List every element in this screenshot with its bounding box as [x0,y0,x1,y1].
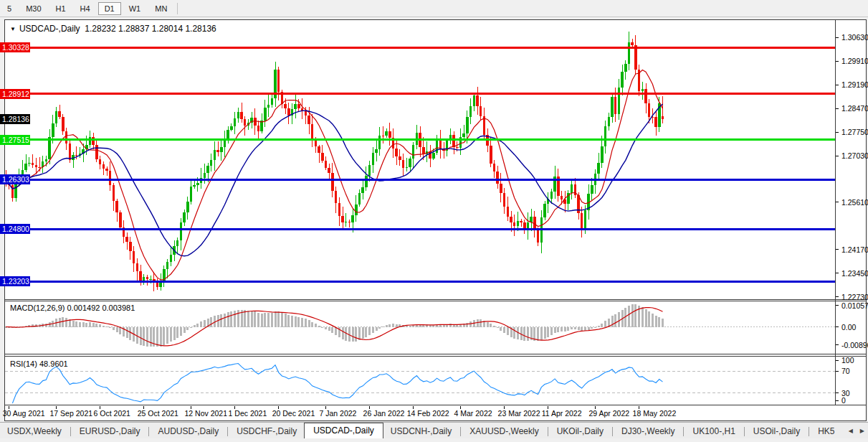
tab-separator [809,427,809,436]
price-axis-tick[interactable]: 1.29190 [841,80,868,89]
rsi-axis-tick[interactable]: 100 [841,356,854,365]
price-axis-tick[interactable]: 1.22730 [841,293,868,301]
date-axis-tick[interactable]: 6 Oct 2021 [94,409,130,418]
price-axis-tick[interactable]: 1.27030 [841,151,868,160]
chart-tab-uk100-h1[interactable]: UK100-,H1 [685,424,742,439]
price-level-badge: 1.26303 [0,174,30,184]
tab-separator [548,427,548,436]
symbol-dropdown-icon: ▼ [10,26,16,32]
date-axis-tick[interactable]: 17 Sep 2021 [50,409,93,418]
price-level-badge: 1.28912 [0,89,30,99]
price-level-badge: 1.24800 [0,224,30,234]
price-level-badge: 1.27515 [0,135,30,145]
date-axis-tick[interactable]: 7 Jan 2022 [320,409,357,418]
chart-tab-audusd-daily[interactable]: AUDUSD-,Daily [151,424,226,439]
scroll-right-icon[interactable]: ▶ [857,428,868,434]
price-axis-tick[interactable]: 1.25610 [841,198,868,207]
rsi-indicator-value: 48.9601 [39,359,68,368]
date-axis-tick[interactable]: 14 Feb 2022 [407,409,449,418]
price-level-badge: 1.23203 [0,276,30,286]
rsi-panel-label: RSI(14) 48.9601 [10,359,68,368]
scroll-left-icon[interactable]: ◀ [845,428,857,434]
mt4-application: 5M30H1H4D1W1MN ▼USDCAD-,Daily 1.28232 1.… [0,0,868,442]
chart-tab-xauusd-weekly[interactable]: XAUUSD-,Weekly [462,424,545,439]
date-axis-tick[interactable]: 18 May 2022 [633,409,677,418]
tab-separator [460,427,461,436]
tab-separator [683,427,684,436]
chart-tab-usdcad-daily[interactable]: USDCAD-,Daily [304,423,383,439]
bottom-strip [0,438,868,442]
chart-title-symbol: USDCAD-,Daily [19,24,80,34]
price-chart-canvas[interactable] [0,0,868,442]
chart-tab-usoil-daily[interactable]: USOil-,Daily [746,424,807,439]
price-level-badge: 1.28136 [0,114,30,124]
price-axis-tick[interactable]: 1.30630 [841,33,868,42]
date-axis-tick[interactable]: 26 Jan 2022 [363,409,405,418]
tab-separator [744,427,745,436]
macd-axis-tick[interactable]: 0.00 [841,323,856,332]
tab-scroll-arrows: ◀▶ [845,423,868,439]
date-axis-tick[interactable]: 1 Dec 2021 [229,409,267,418]
date-axis-tick[interactable]: 25 Oct 2021 [138,409,178,418]
chart-tab-ukoil-daily[interactable]: UKOil-,Daily [550,424,611,439]
chart-tab-bar: USDX,WeeklyEURUSD-,DailyAUDUSD-,DailyUSD… [0,422,868,439]
date-axis-tick[interactable]: 12 Nov 2021 [185,409,228,418]
rsi-indicator-name: RSI(14) [10,359,37,368]
chart-tab-usdchf-daily[interactable]: USDCHF-,Daily [229,424,304,439]
date-axis-tick[interactable]: 29 Apr 2022 [589,409,630,418]
macd-indicator-values: 0.001492 0.003981 [67,304,135,312]
chart-tab-hk5[interactable]: HK5 [811,424,841,439]
macd-panel-label: MACD(12,26,9) 0.001492 0.003981 [10,304,135,312]
date-axis-tick[interactable]: 23 Mar 2022 [498,409,540,418]
tab-separator [70,427,71,436]
price-axis-tick[interactable]: 1.27750 [841,128,868,136]
rsi-axis-tick[interactable]: 0 [841,396,846,405]
chart-tab-dj30-weekly[interactable]: DJ30-,Weekly [614,424,682,439]
date-axis-tick[interactable]: 30 Aug 2021 [3,409,45,418]
chart-tab-usdx-weekly[interactable]: USDX,Weekly [0,424,69,439]
price-axis-tick[interactable]: 1.23450 [841,269,868,278]
macd-axis-tick[interactable]: 0.010578 [841,301,868,310]
price-axis-tick[interactable]: 1.28470 [841,104,868,113]
chart-tab-usdcnh-daily[interactable]: USDCNH-,Daily [383,424,459,439]
tab-separator [148,427,149,436]
date-axis-tick[interactable]: 20 Dec 2021 [272,409,315,418]
chart-tab-eurusd-daily[interactable]: EURUSD-,Daily [72,424,148,439]
price-level-badge: 1.30328 [0,42,30,52]
price-axis-tick[interactable]: 1.24170 [841,245,868,254]
rsi-axis-tick[interactable]: 70 [841,367,850,375]
macd-axis-tick[interactable]: -0.00896 [841,341,868,349]
tab-separator [227,427,228,436]
chart-title-ohlc: 1.28232 1.28837 1.28014 1.28136 [85,24,216,34]
date-axis-tick[interactable]: 4 Mar 2022 [454,409,492,418]
macd-indicator-name: MACD(12,26,9) [10,304,65,312]
chart-title: ▼USDCAD-,Daily 1.28232 1.28837 1.28014 1… [10,24,216,34]
date-axis-tick[interactable]: 11 Apr 2022 [542,409,582,418]
tab-separator [612,427,613,436]
price-axis-tick[interactable]: 1.29910 [841,57,868,65]
